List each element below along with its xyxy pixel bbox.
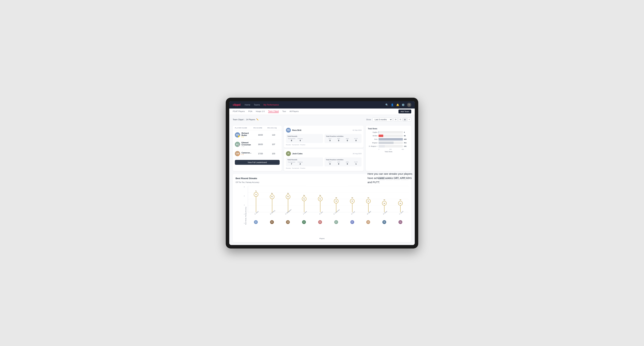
player-info: CM 3 Cameron... ♦ ③ — [235, 151, 254, 156]
tournament-type: Tournament — [292, 144, 299, 146]
stat-row: Tournament 8 Practice 4 — [287, 138, 322, 142]
tournament-value: 8 — [287, 140, 296, 142]
avatar: CM 3 — [235, 151, 240, 156]
bar-track — [378, 138, 403, 141]
x-title: Total Shots — [368, 151, 409, 153]
user-avatar[interactable]: U — [407, 103, 411, 107]
tournament-value: 7 — [287, 163, 296, 165]
player-label-group: D. Ford — [344, 214, 360, 215]
list-view-btn[interactable]: ☰ — [398, 118, 402, 121]
card-avatar: JC — [286, 151, 291, 156]
app-logo: clippd — [233, 103, 240, 106]
sub-nav: PGAT Players PGA Hcaps 1-5 Team Clippd T… — [229, 109, 415, 115]
subnav-pgat[interactable]: PGAT Players — [233, 110, 245, 113]
player-avatar-container: EC — [328, 220, 344, 224]
app-label: APP — [334, 138, 343, 140]
y-axis: 8 6 4 2 0 — [236, 186, 246, 224]
dot-bubble: 6x — [286, 194, 290, 199]
dot-label: 4x — [336, 197, 337, 198]
player-avatar-container: MM — [360, 220, 376, 224]
rounds-type: Rounds — [286, 168, 291, 169]
putt-value: 1 — [352, 163, 360, 165]
practice-type: Practice — [300, 168, 306, 169]
user-icon[interactable]: 👤 — [391, 103, 394, 106]
subnav-team-clippd[interactable]: Team Clippd — [268, 110, 279, 113]
pb-avg: 107 — [268, 143, 280, 145]
total-rounds-group: Total Rounds Tournament 7 Practice — [286, 158, 323, 166]
dot-bubble: 4x — [334, 199, 338, 203]
bar-fill — [378, 138, 403, 141]
nav-home[interactable]: Home — [245, 104, 250, 106]
putt-value: 0 — [352, 140, 360, 142]
dot-stem — [384, 205, 384, 212]
player-avatar-container: RB — [376, 220, 392, 224]
bar-label: Birdies — [368, 135, 378, 137]
dot-bubble: 5x — [318, 197, 322, 201]
practice-type: Practice — [300, 144, 306, 146]
y-axis-label: Best Streak, Fairway Accuracy — [245, 207, 246, 225]
practice-activities-group: Total Practice Activities OTT 0 APP — [324, 134, 362, 143]
dot-player-avatar: JC — [302, 220, 306, 224]
nav-my-performance[interactable]: My Performance — [264, 104, 279, 106]
subnav-all-players[interactable]: All Players — [290, 110, 299, 113]
subnav-tour[interactable]: Tour — [282, 110, 286, 113]
show-label: Show — [366, 119, 371, 121]
add-team-button[interactable]: Add Team — [398, 110, 411, 113]
search-icon[interactable]: 🔍 — [385, 103, 388, 106]
table-row: RB 1 Richard Butler ♥ ① 19/20 110 — [233, 130, 282, 140]
player-avatar-container: RB — [312, 220, 328, 224]
player-avatar-container: EE — [248, 220, 264, 224]
view-full-leaderboard-button[interactable]: View Full Leaderboard — [235, 160, 280, 165]
practice-value: 2 — [296, 163, 304, 165]
stat-row: OTT 0 APP 0 ARG — [326, 138, 360, 142]
edit-icon[interactable]: ✏️ — [256, 118, 259, 121]
app-label: APP — [334, 161, 343, 163]
dot-column: 3x 3x — [382, 199, 386, 212]
card-header: JC Josh Coles 26 Aug 2023 — [286, 151, 362, 156]
bar-label: Bogeys — [368, 142, 378, 144]
view-icons: ⊞ ☰ ▦ ≡ — [394, 118, 411, 121]
table-view-btn[interactable]: ≡ — [408, 118, 411, 121]
arg-value: 0 — [343, 163, 352, 165]
player-avatar-container: JC — [296, 220, 312, 224]
dot-player-avatar: EE — [254, 220, 258, 224]
app-value: 0 — [334, 140, 343, 142]
dot-bubble: 6x — [270, 194, 274, 199]
leaderboard-card: PLAYER NAME PB SCORE PB AVG SQ RB 1 — [233, 126, 282, 171]
total-rounds-group: Total Rounds Tournament 8 Practice — [286, 134, 323, 143]
ott-value: 0 — [326, 163, 334, 165]
player-label-group: M. Miller — [360, 214, 376, 215]
dot-label: 7x — [255, 190, 257, 192]
card-avatar: RB — [286, 128, 291, 133]
bar-count: 311 — [404, 142, 409, 144]
leaderboard-header: PLAYER NAME PB SCORE PB AVG SQ — [233, 126, 282, 130]
player-info: RB 1 Richard Butler ♥ ① — [235, 132, 254, 138]
grid-view-btn[interactable]: ⊞ — [394, 118, 398, 121]
ott-label: OTT — [326, 138, 334, 140]
table-row: CM 3 Cameron... ♦ ③ 17/20 103 — [233, 149, 282, 158]
settings-icon[interactable]: ⚙️ — [402, 103, 404, 106]
dot-column: 5x 5x — [318, 195, 322, 212]
dot-plot: 8 6 4 2 0 Best Streak, Fairway Accuracy … — [236, 186, 408, 236]
dot-stem — [272, 199, 272, 212]
player-avatar-container: CQ — [392, 220, 408, 224]
subnav-pga[interactable]: PGA — [248, 110, 252, 113]
dot-column: 7x 7x — [254, 190, 258, 212]
period-select[interactable]: Last 3 months Last 6 months Last 12 mont… — [372, 118, 392, 121]
player-count: 14 Players — [246, 119, 255, 121]
dot-player-avatar: DF — [350, 220, 354, 224]
subnav-hcaps[interactable]: Hcaps 1-5 — [256, 110, 264, 113]
bar-label: Eagles — [368, 131, 378, 133]
dot-stem — [304, 201, 304, 212]
col-pb-avg: PB AVG SQ — [268, 127, 280, 129]
dot-column: 4x 4x — [366, 197, 371, 212]
rounds-type: Rounds — [286, 144, 291, 146]
col-player-name: PLAYER NAME — [235, 127, 254, 129]
player-label-group: D. Billingham — [280, 214, 296, 215]
player-label-group: C. Quick — [392, 214, 408, 215]
nav-teams[interactable]: Teams — [254, 104, 260, 106]
bar-track — [378, 142, 403, 144]
card-view-btn[interactable]: ▦ — [403, 118, 407, 121]
bar-track — [378, 135, 403, 137]
bell-icon[interactable]: 🔔 — [396, 103, 399, 106]
